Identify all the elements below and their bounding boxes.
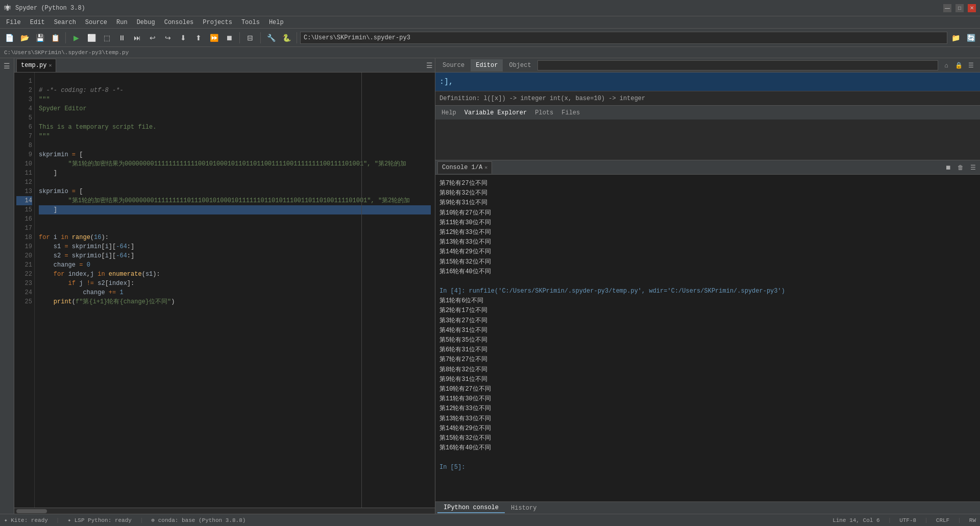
console-output[interactable]: 第7轮有27位不同 第8轮有32位不同 第9轮有31位不同 第10轮有27位不同… (435, 175, 980, 501)
editor-scrollbar[interactable] (14, 508, 435, 514)
run-button[interactable]: ▶ (69, 31, 83, 45)
files-btn[interactable]: Files (559, 108, 582, 117)
maximize-pane-button[interactable]: ⊟ (243, 31, 257, 45)
conda-status: ⊕ conda: base (Python 3.8.8) (152, 517, 246, 523)
help-content-display: :], (435, 73, 980, 91)
history-tab[interactable]: History (505, 504, 543, 513)
console-restart-button[interactable]: 🗑 (955, 162, 966, 173)
menu-item-run[interactable]: Run (112, 18, 132, 27)
interrupt-button[interactable]: ⏹ (222, 31, 236, 45)
menu-item-debug[interactable]: Debug (133, 18, 159, 27)
console-line: 第7轮有27位不同 (439, 179, 976, 188)
console-line: 第8轮有32位不同 (439, 188, 976, 198)
breadcrumb: C:\Users\SKPrimin\.spyder-py3\temp.py (0, 47, 980, 58)
console-options-button[interactable]: ☰ (968, 162, 978, 173)
editor-pane: temp.py ✕ ☰ 123 456 789 101112 131415 16… (14, 58, 435, 514)
console-icons: ⏹ 🗑 ☰ (943, 162, 978, 173)
ipython-console-tab[interactable]: IPython console (437, 503, 505, 513)
console-line: 第13轮有33位不同 (439, 414, 976, 424)
menu-item-consoles[interactable]: Consoles (160, 18, 198, 27)
continue-button[interactable]: ⬇ (176, 31, 190, 45)
source-tab[interactable]: Source (437, 59, 470, 71)
open-file-button[interactable]: 📂 (17, 31, 32, 45)
console-line: 第13轮有33位不同 (439, 237, 976, 247)
run-last-button[interactable]: ⏩ (207, 31, 221, 45)
bottom-tab-bar: IPython console History (435, 501, 980, 514)
line-ending-info: CRLF (936, 517, 949, 523)
menu-item-projects[interactable]: Projects (199, 18, 236, 27)
variable-explorer-btn[interactable]: Variable Explorer (462, 108, 529, 117)
path-text: C:\Users\SKPrimin\.spyder-py3 (304, 34, 410, 41)
tab-close-button[interactable]: ✕ (48, 62, 52, 68)
minimize-button[interactable]: — (943, 4, 951, 12)
save-all-button[interactable]: 📋 (48, 31, 62, 45)
preferences-button[interactable]: 🔧 (264, 31, 278, 45)
menu-item-search[interactable]: Search (50, 18, 80, 27)
encoding-info: UTF-8 (899, 517, 916, 523)
editor-tab[interactable]: Editor (471, 59, 503, 71)
console-line: 第16轮有40位不同 (439, 267, 976, 277)
conda-status-text: ⊕ conda: base (Python 3.8.8) (152, 517, 246, 523)
close-button[interactable]: ✕ (968, 4, 976, 12)
help-home-button[interactable]: ⌂ (941, 60, 951, 70)
scrollbar-thumb[interactable] (16, 509, 47, 513)
console-line: 第16轮有40位不同 (439, 443, 976, 453)
console-line: 第7轮有27位不同 (439, 355, 976, 365)
menu-item-source[interactable]: Source (81, 18, 111, 27)
files-icon[interactable]: ☰ (2, 60, 13, 71)
editor-tab-temp-py[interactable]: temp.py ✕ (16, 59, 56, 72)
console-line: 第8轮有32位不同 (439, 365, 976, 375)
python-button[interactable]: 🐍 (279, 31, 293, 45)
console-1a-tab[interactable]: Console 1/A ✕ (437, 161, 492, 174)
stop-button[interactable]: ⬆ (191, 31, 206, 45)
menu-item-edit[interactable]: Edit (26, 18, 49, 27)
code-content[interactable]: # -*- coding: utf-8 -*- """ Spyder Edito… (35, 73, 435, 508)
console-line: 第15轮有32位不同 (439, 434, 976, 443)
save-button[interactable]: 💾 (33, 31, 47, 45)
console-line: 第10轮有27位不同 (439, 208, 976, 218)
help-menu-button[interactable]: ☰ (966, 60, 976, 70)
help-lock-button[interactable]: 🔒 (953, 60, 964, 70)
line-ending-text: CRLF (936, 517, 949, 523)
plots-btn[interactable]: Plots (533, 108, 555, 117)
console-in-line: In [4]: runfile('C:/Users/SKPrimin/.spyd… (439, 286, 976, 296)
console-line (439, 453, 976, 463)
menu-item-file[interactable]: File (2, 18, 25, 27)
step-into-button[interactable]: ↩ (145, 31, 160, 45)
rw-text: RW (969, 517, 976, 523)
run-cell-advance-button[interactable]: ⬚ (100, 31, 114, 45)
menu-item-tools[interactable]: Tools (237, 18, 264, 27)
sync-button[interactable]: 🔄 (964, 31, 978, 45)
debug-button[interactable]: ⏸ (115, 31, 129, 45)
help-btn[interactable]: Help (439, 108, 458, 117)
console-tab-label: Console 1/A (442, 164, 482, 171)
console-interrupt-button[interactable]: ⏹ (943, 162, 953, 173)
console-line: 第12轮有33位不同 (439, 404, 976, 414)
console-line: 第5轮有35位不同 (439, 336, 976, 345)
step-button[interactable]: ⏭ (130, 31, 144, 45)
console-line (439, 277, 976, 286)
maximize-button[interactable]: □ (955, 4, 964, 12)
console-prompt-line: In [5]: (439, 463, 976, 472)
console-line: 第9轮有31位不同 (439, 375, 976, 385)
console-tab-close[interactable]: ✕ (484, 164, 487, 171)
rw-mode: RW (969, 517, 976, 523)
console-line: 第14轮有29位不同 (439, 247, 976, 257)
status-bar: ✦ Kite: ready | ✦ LSP Python: ready | ⊕ … (0, 514, 980, 526)
console-line: 第3轮有27位不同 (439, 316, 976, 326)
browse-button[interactable]: 📁 (948, 31, 963, 45)
console-tab-bar: Console 1/A ✕ ⏹ 🗑 ☰ (435, 160, 980, 175)
menu-item-help[interactable]: Help (265, 18, 288, 27)
step-return-button[interactable]: ↪ (161, 31, 175, 45)
toolbar: 📄 📂 💾 📋 ▶ ⬜ ⬚ ⏸ ⏭ ↩ ↪ ⬇ ⬆ ⏩ ⏹ ⊟ 🔧 🐍 C:\U… (0, 29, 980, 47)
run-cell-button[interactable]: ⬜ (84, 31, 99, 45)
object-tab[interactable]: Object (504, 59, 536, 71)
new-file-button[interactable]: 📄 (2, 31, 16, 45)
help-subbar: Help Variable Explorer Plots Files (435, 105, 980, 119)
help-search-input[interactable] (537, 60, 938, 70)
tab-menu-button[interactable]: ☰ (426, 61, 433, 69)
separator-1 (65, 32, 66, 43)
menu-bar: FileEditSearchSourceRunDebugConsolesProj… (0, 16, 980, 29)
help-tab-bar: Source Editor Object ⌂ 🔒 ☰ (435, 58, 980, 73)
help-icons: ⌂ 🔒 ☰ (939, 60, 978, 70)
